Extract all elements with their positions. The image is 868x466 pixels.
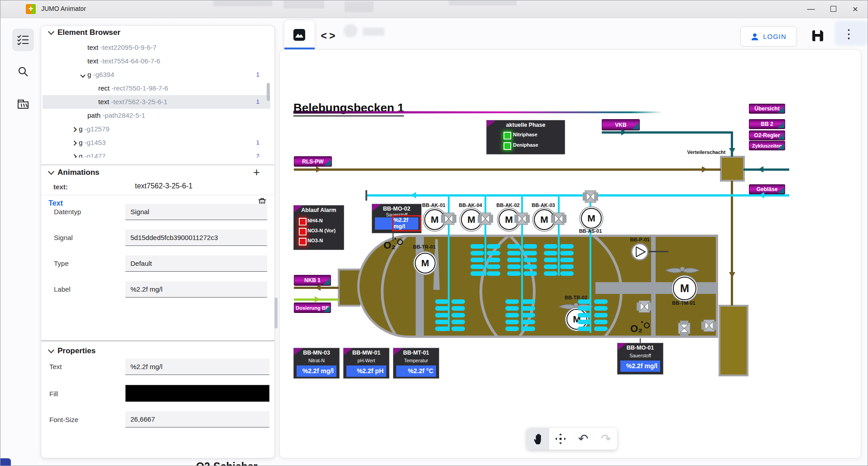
anim-field-input-signal[interactable] — [125, 230, 267, 246]
nav-button-uebersicht[interactable]: Übersicht — [749, 104, 785, 114]
save-button[interactable] — [810, 28, 825, 45]
animation-group-link[interactable]: Text — [48, 199, 63, 207]
tree-id: -rect7550-1-98-7-6 — [111, 84, 168, 92]
anim-field-input-datentyp[interactable] — [125, 204, 267, 220]
label-bb-tm-01: BB-TM-01 — [665, 300, 703, 306]
label-bb-ak-02: BB-AK-02 — [489, 202, 527, 208]
nav-button-vkb[interactable]: VKB — [602, 119, 640, 130]
measure-box-bb-mo-01[interactable]: BB-MO-01Sauerstoff%2.2f mg/l — [617, 343, 663, 375]
minimize-button[interactable]: — — [801, 0, 821, 17]
login-button[interactable]: LOGIN — [740, 26, 797, 47]
close-button[interactable]: × — [845, 0, 865, 17]
kebab-menu-button[interactable]: ⋮ — [843, 27, 854, 45]
measure-sub: pH-Wert — [344, 358, 389, 363]
divider — [41, 340, 274, 341]
diffuser-pill — [523, 244, 537, 249]
valve-icon[interactable] — [637, 300, 652, 313]
valve-bb-ak-01[interactable] — [441, 212, 456, 226]
page-title: Belebungsbecken 1 — [293, 101, 404, 116]
animation-count-badge: 1 — [256, 95, 259, 109]
motor-bb-as-01[interactable]: M — [581, 208, 602, 229]
tree-row-g-g6394[interactable]: g -g63941 — [43, 68, 270, 82]
pan-tool-button[interactable] — [527, 428, 549, 450]
phase-box[interactable]: aktuelle PhaseNitriphaseDeniphase — [486, 120, 565, 154]
tree-row-text-text22095-0-9-6-7[interactable]: text -text22095-0-9-6-7 — [43, 41, 270, 54]
flow-arrow — [408, 192, 416, 198]
sidebar-item-search[interactable] — [12, 60, 34, 83]
tree-row-path-path2842-5-1[interactable]: path -path2842-5-1 — [43, 109, 270, 122]
disabled-tool-ghost — [363, 28, 384, 36]
undo-button[interactable]: ↶ — [572, 428, 595, 450]
status-label: NO3-N — [307, 238, 323, 243]
properties-header[interactable]: Properties — [49, 346, 96, 356]
alarm-box[interactable]: Ablauf AlarmNH4-NNO3-N (Vor)NO3-N — [293, 205, 344, 250]
chevron-down-icon[interactable] — [80, 72, 85, 77]
verteilerschacht-tank[interactable] — [720, 156, 745, 182]
property-fill-swatch[interactable] — [125, 385, 269, 402]
diffuser-pill — [435, 313, 449, 317]
return-tank[interactable] — [719, 305, 748, 376]
valve-bb-ak-02[interactable] — [514, 212, 530, 226]
move-tool-button[interactable] — [549, 428, 572, 450]
chevron-right-icon[interactable] — [72, 127, 77, 132]
motor-bb-tr-01[interactable]: M — [415, 253, 436, 274]
valve-bb-as-01[interactable] — [583, 190, 598, 203]
propeller-icon — [664, 266, 700, 275]
anim-field-input-type[interactable] — [125, 255, 267, 272]
chevron-right-icon[interactable] — [72, 154, 77, 158]
nav-button-rls-pw[interactable]: RLS-PW — [294, 156, 332, 167]
nav-button-o2-regler[interactable]: O2-Regler — [749, 130, 785, 140]
measure-box-bb-mo-02[interactable]: BB-MO-02Sauerstoff%2.2f mg/l — [372, 204, 422, 233]
measure-box-bb-mt-01[interactable]: BB-MT-01Temperatur%2.2f °C — [393, 348, 439, 379]
tree-row-g-g1453[interactable]: g -g14531 — [43, 136, 270, 149]
bubble-ring — [644, 322, 650, 328]
diffuser-pill — [507, 258, 521, 262]
motor-bb-tm-01[interactable]: M — [673, 277, 696, 300]
nav-button-zykluszeiten[interactable]: Zykluszeiten — [749, 141, 785, 150]
tree-row-text-text7554-64-06-7-6[interactable]: text -text7554-64-06-7-6 — [43, 54, 270, 68]
tree-row-rect-rect7550-1-98-7-6[interactable]: rect -rect7550-1-98-7-6 — [43, 82, 270, 95]
tree-id: -g1477 — [85, 152, 106, 158]
inspector-panel: Element Browser text -text22095-0-9-6-7t… — [41, 25, 275, 458]
label-bb-ak-03: BB-AK-03 — [524, 202, 562, 208]
anim-field-input-label[interactable] — [125, 281, 267, 298]
divider — [41, 164, 274, 165]
tab-design-view[interactable] — [284, 20, 315, 49]
element-browser-header[interactable]: Element Browser — [49, 28, 120, 37]
measure-box-bb-mw-01[interactable]: BB-MW-01pH-Wert%2.2f pH — [343, 348, 389, 379]
diffuser-pill — [451, 299, 465, 304]
tree-scrollbar[interactable] — [267, 83, 270, 101]
selection-highlight[interactable]: %2.2f mg/l — [392, 215, 421, 231]
tree-row-g-g1477[interactable]: g -g14772 — [43, 149, 270, 158]
valve-bb-ak-03[interactable] — [551, 212, 566, 226]
maximize-button[interactable] — [823, 0, 843, 17]
tree-row-g-g12579[interactable]: g -g12579 — [43, 122, 270, 136]
status-led — [504, 132, 511, 139]
diffuser-pill — [578, 306, 591, 311]
diffuser-pill — [470, 244, 484, 249]
diffuser-pill — [505, 320, 519, 324]
nav-button-geblaese[interactable]: Gebläse — [749, 184, 785, 194]
valve-icon[interactable] — [677, 321, 691, 336]
animations-header[interactable]: Animations — [49, 168, 100, 177]
aeration-basin[interactable]: BB-TR-01MBB-TR-02MMBB-TM-01BB-P-01O₂ — [357, 235, 718, 338]
sidebar-item-library[interactable] — [12, 93, 34, 115]
valve-bb-ak-04[interactable] — [478, 212, 493, 226]
nav-button-bb2[interactable]: BB 2 — [749, 119, 785, 129]
tab-code-view[interactable]: <> — [317, 25, 341, 47]
button-wedge — [777, 122, 784, 128]
property-fontsize-input[interactable] — [125, 411, 269, 428]
tree-id: -text22095-0-9-6-7 — [100, 43, 156, 51]
redo-button[interactable]: ↷ — [595, 428, 617, 450]
chevron-right-icon[interactable] — [72, 140, 77, 145]
property-text-input[interactable] — [125, 359, 269, 375]
sidebar-item-elements[interactable] — [12, 29, 34, 51]
valve-icon[interactable] — [701, 319, 717, 332]
nav-button-dosierung-bb[interactable]: Dosierung BB — [294, 303, 331, 313]
panel-scrollbar[interactable] — [274, 298, 278, 328]
add-animation-button[interactable]: + — [253, 165, 260, 179]
tree-id: -g6394 — [93, 71, 115, 78]
measure-box-bb-mn-03[interactable]: BB-MN-03Nitrat-N%2.2f mg/l — [293, 348, 340, 379]
tree-row-text-text7562-3-25-6-1[interactable]: text -text7562-3-25-6-11 — [43, 95, 270, 109]
pump-bb-p-01-icon[interactable] — [631, 243, 649, 261]
